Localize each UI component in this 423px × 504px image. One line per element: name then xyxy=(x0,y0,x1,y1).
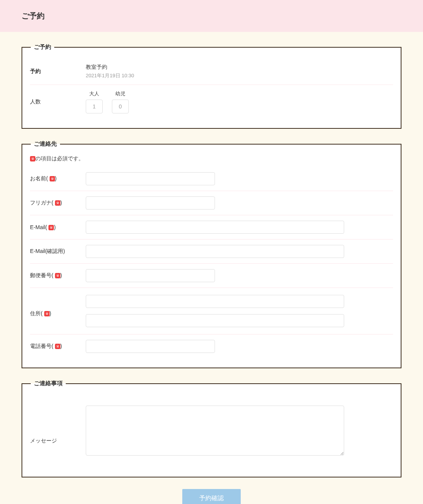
email-confirm-row: E-Mail(確認用) xyxy=(30,240,393,264)
message-fieldset: ご連絡事項 メッセージ xyxy=(22,380,401,477)
furigana-input[interactable] xyxy=(86,196,215,210)
submit-wrap: 予約確認 xyxy=(22,489,401,504)
required-note-text: の項目は必須です。 xyxy=(35,155,84,161)
required-icon: ※ xyxy=(48,225,54,230)
email-row: E-Mail( ※) xyxy=(30,215,393,240)
required-note: ※の項目は必須です。 xyxy=(30,155,393,162)
phone-input[interactable] xyxy=(86,340,215,353)
address-label: 住所( ※) xyxy=(30,295,86,317)
address-input-2[interactable] xyxy=(86,314,344,327)
postal-input[interactable] xyxy=(86,269,215,282)
required-icon: ※ xyxy=(50,176,55,181)
message-value xyxy=(86,406,393,457)
postal-label: 郵便番号( ※) xyxy=(30,272,86,279)
address-row: 住所( ※) xyxy=(30,288,393,334)
email-value xyxy=(86,221,393,234)
contact-fieldset: ご連絡先 ※の項目は必須です。 お名前( ※) フリガナ( ※) E-Mail(… xyxy=(22,140,401,368)
booking-label: 予約 xyxy=(30,68,86,75)
message-label: メッセージ xyxy=(30,418,86,444)
phone-label: 電話番号( ※) xyxy=(30,343,86,350)
email-confirm-input[interactable] xyxy=(86,245,344,258)
phone-row: 電話番号( ※) xyxy=(30,334,393,358)
page-title: ご予約 xyxy=(22,11,401,21)
adult-input[interactable] xyxy=(86,100,103,113)
name-input[interactable] xyxy=(86,172,215,185)
message-textarea[interactable] xyxy=(86,406,344,456)
count-row: 人数 大人 幼児 xyxy=(30,85,393,119)
email-confirm-label: E-Mail(確認用) xyxy=(30,248,86,255)
furigana-row: フリガナ( ※) xyxy=(30,191,393,215)
adult-label: 大人 xyxy=(86,90,103,97)
furigana-value xyxy=(86,196,393,210)
postal-value xyxy=(86,269,393,282)
submit-button[interactable]: 予約確認 xyxy=(182,489,241,504)
name-label: お名前( ※) xyxy=(30,175,86,182)
phone-value xyxy=(86,340,393,353)
count-value: 大人 幼児 xyxy=(86,90,393,113)
count-label: 人数 xyxy=(30,98,86,105)
required-icon: ※ xyxy=(55,344,60,349)
email-confirm-value xyxy=(86,245,393,258)
reservation-legend: ご予約 xyxy=(31,43,54,51)
email-input[interactable] xyxy=(86,221,344,234)
booking-row: 予約 教室予約 2021年1月19日 10:30 xyxy=(30,58,393,85)
required-icon: ※ xyxy=(44,311,50,316)
postal-row: 郵便番号( ※) xyxy=(30,264,393,288)
name-value xyxy=(86,172,393,185)
booking-value: 教室予約 2021年1月19日 10:30 xyxy=(86,64,393,79)
adult-count-item: 大人 xyxy=(86,90,103,113)
form-content: ご予約 予約 教室予約 2021年1月19日 10:30 人数 大人 幼児 xyxy=(0,32,423,504)
address-value xyxy=(86,295,393,327)
required-icon: ※ xyxy=(30,156,35,161)
page-header: ご予約 xyxy=(0,0,423,32)
address-input-1[interactable] xyxy=(86,295,344,308)
required-icon: ※ xyxy=(55,273,60,278)
child-count-item: 幼児 xyxy=(112,90,129,113)
name-row: お名前( ※) xyxy=(30,167,393,191)
required-icon: ※ xyxy=(55,200,60,206)
booking-type: 教室予約 xyxy=(86,64,393,71)
reservation-fieldset: ご予約 予約 教室予約 2021年1月19日 10:30 人数 大人 幼児 xyxy=(22,43,401,129)
booking-date: 2021年1月19日 10:30 xyxy=(86,72,393,79)
message-row: メッセージ xyxy=(30,395,393,467)
furigana-label: フリガナ( ※) xyxy=(30,200,86,206)
child-label: 幼児 xyxy=(112,90,129,97)
contact-legend: ご連絡先 xyxy=(31,140,60,148)
count-group: 大人 幼児 xyxy=(86,90,393,113)
email-label: E-Mail( ※) xyxy=(30,224,86,230)
message-legend: ご連絡事項 xyxy=(31,380,66,387)
child-input[interactable] xyxy=(112,100,129,113)
